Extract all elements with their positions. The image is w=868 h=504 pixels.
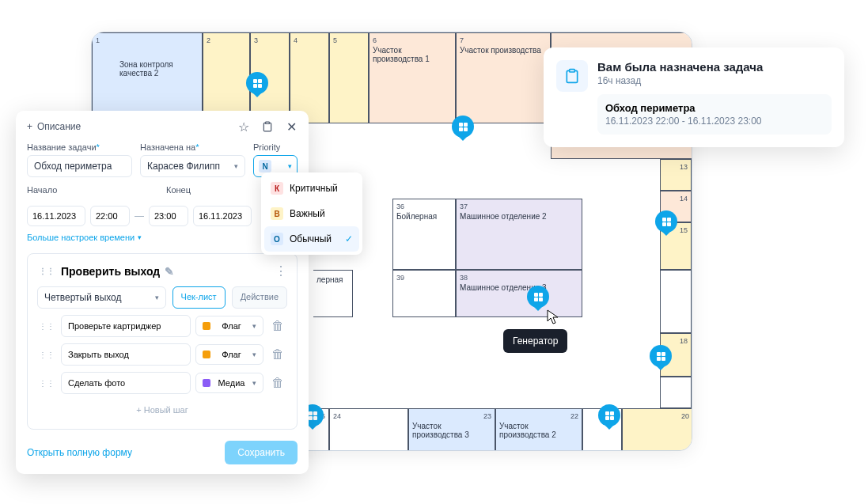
- room-13[interactable]: 13: [660, 159, 692, 191]
- clipboard-icon: [556, 60, 588, 92]
- notification-title: Вам была назначена задача: [597, 60, 832, 74]
- step-input[interactable]: [61, 343, 191, 366]
- notification-task[interactable]: Обход периметра 16.11.2023 22:00 - 16.11…: [597, 94, 832, 135]
- room-20[interactable]: 20: [622, 408, 692, 451]
- more-menu-icon[interactable]: ⋮: [275, 263, 287, 279]
- room-2[interactable]: 2: [203, 32, 250, 123]
- room-23[interactable]: 23 Участок производства 3: [408, 408, 495, 451]
- notification-time: 16ч назад: [597, 75, 832, 86]
- chevron-down-icon: ▾: [252, 379, 256, 387]
- check-icon: ✓: [345, 233, 353, 244]
- chevron-down-icon: ▾: [252, 322, 256, 330]
- close-icon[interactable]: ✕: [285, 120, 298, 133]
- trash-icon[interactable]: 🗑: [268, 373, 287, 393]
- room-4[interactable]: 4: [290, 32, 329, 123]
- media-icon: [203, 379, 210, 387]
- room-1[interactable]: 1 Зона контроля качества 2: [92, 32, 203, 123]
- task-name-input[interactable]: [27, 155, 132, 177]
- assigned-label: Назначена на*: [140, 142, 245, 152]
- name-label: Название задачи*: [27, 142, 132, 152]
- priority-option-normal[interactable]: О Обычный ✓: [264, 226, 359, 252]
- room-blank-r2[interactable]: [660, 377, 692, 408]
- room-5[interactable]: 5: [329, 32, 369, 123]
- star-icon[interactable]: ☆: [237, 120, 250, 133]
- flag-icon: [203, 351, 210, 358]
- trash-icon[interactable]: 🗑: [268, 316, 287, 336]
- qr-pin[interactable]: [598, 404, 620, 431]
- room-37[interactable]: 37 Машинное отделение 2: [456, 199, 582, 270]
- room-7[interactable]: 7 Участок производства: [456, 32, 551, 123]
- priority-dropdown: К Критичный В Важный О Обычный ✓: [261, 172, 362, 255]
- step-row: ⋮⋮ Флаг ▾ 🗑: [37, 315, 287, 337]
- flag-select[interactable]: Флаг ▾: [195, 344, 263, 365]
- priority-option-critical[interactable]: К Критичный: [264, 176, 359, 201]
- room-6[interactable]: 6 Участок производства 1: [369, 32, 456, 123]
- task-form-panel: + Описание ☆ ✕ Название задачи* Назначен…: [16, 111, 309, 474]
- panel-title: Описание: [37, 121, 81, 132]
- priority-label: Priority: [253, 142, 298, 152]
- drag-handle-icon[interactable]: ⋮⋮: [37, 267, 56, 275]
- start-label: Начало: [27, 185, 158, 195]
- chevron-down-icon: ▾: [234, 162, 238, 170]
- room-36[interactable]: 36 Бойлерная: [392, 199, 456, 270]
- room-38[interactable]: 38 Машинное отделение 3: [456, 270, 582, 317]
- chevron-down-icon: ▾: [288, 162, 292, 170]
- room-blank-r[interactable]: [660, 270, 692, 333]
- checklist-title-text: Проверить выход: [61, 265, 160, 278]
- svg-rect-1: [570, 70, 575, 72]
- qr-pin[interactable]: [650, 345, 672, 372]
- start-date-input[interactable]: [27, 206, 85, 226]
- save-button[interactable]: Сохранить: [225, 441, 298, 464]
- room-39[interactable]: 39: [392, 270, 456, 317]
- qr-pin[interactable]: [452, 116, 474, 142]
- exit-select[interactable]: Четвертый выход ▾: [37, 286, 166, 309]
- more-time-link[interactable]: Больше настроек времени ▾: [27, 233, 298, 242]
- plus-icon[interactable]: +: [27, 121, 32, 132]
- step-input[interactable]: [61, 315, 191, 337]
- svg-rect-0: [266, 122, 270, 123]
- chevron-down-icon: ▾: [252, 351, 256, 358]
- drag-handle-icon[interactable]: ⋮⋮: [37, 379, 56, 388]
- end-date-input[interactable]: [193, 206, 252, 226]
- flag-select[interactable]: Медиа ▾: [195, 373, 263, 393]
- qr-pin[interactable]: [655, 210, 677, 237]
- step-input[interactable]: [61, 372, 191, 394]
- checklist-card: ⋮⋮ Проверить выход ✎ ⋮ Четвертый выход ▾…: [27, 253, 298, 430]
- panel-header: + Описание ☆ ✕: [27, 120, 298, 133]
- trash-icon[interactable]: 🗑: [268, 344, 287, 365]
- room-22[interactable]: 22 Участок производства 2: [495, 408, 582, 451]
- flag-select[interactable]: Флаг ▾: [195, 316, 263, 336]
- drag-handle-icon[interactable]: ⋮⋮: [37, 322, 56, 331]
- checklist-chip[interactable]: Чек-лист: [172, 286, 226, 309]
- chevron-down-icon: ▾: [155, 294, 159, 301]
- open-full-form-link[interactable]: Открыть полную форму: [27, 447, 132, 458]
- pin-tooltip: Генератор: [503, 329, 567, 353]
- clipboard-icon[interactable]: [261, 120, 274, 133]
- cursor-icon: [547, 309, 559, 325]
- room-24[interactable]: 24: [329, 408, 408, 451]
- flag-icon: [203, 322, 210, 330]
- edit-icon[interactable]: ✎: [165, 265, 174, 278]
- start-time-input[interactable]: [90, 206, 130, 226]
- step-row: ⋮⋮ Медиа ▾ 🗑: [37, 372, 287, 394]
- priority-option-important[interactable]: В Важный: [264, 201, 359, 226]
- qr-pin-generator[interactable]: [527, 286, 549, 313]
- chevron-down-icon: ▾: [138, 233, 142, 241]
- end-time-input[interactable]: [149, 206, 188, 226]
- step-row: ⋮⋮ Флаг ▾ 🗑: [37, 343, 287, 366]
- notification-card[interactable]: Вам была назначена задача 16ч назад Обхо…: [544, 47, 844, 147]
- room-lernaya[interactable]: лерная: [313, 270, 353, 317]
- action-chip[interactable]: Действие: [232, 286, 287, 309]
- new-step-button[interactable]: + Новый шаг: [37, 400, 287, 419]
- qr-pin[interactable]: [246, 72, 268, 99]
- drag-handle-icon[interactable]: ⋮⋮: [37, 351, 56, 359]
- assigned-select[interactable]: Карасев Филипп ▾: [140, 155, 245, 177]
